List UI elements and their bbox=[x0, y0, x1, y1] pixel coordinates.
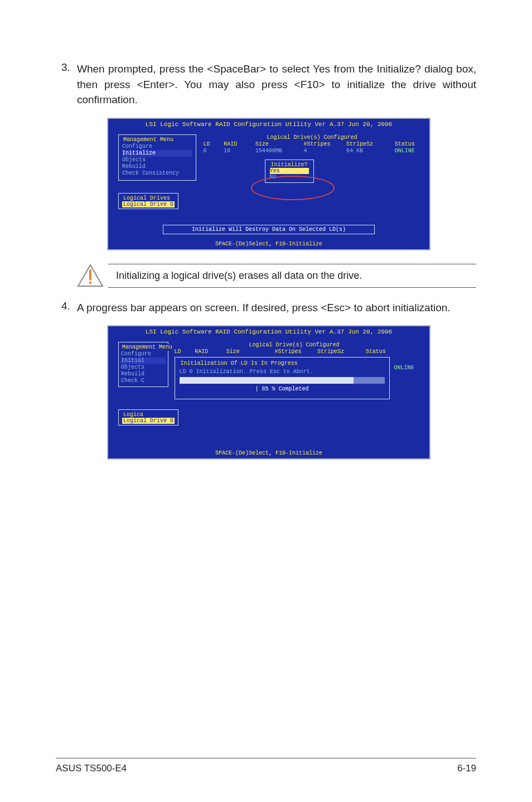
svg-point-2 bbox=[89, 282, 92, 284]
management-menu-box: Management Menu Configure Initialize Obj… bbox=[118, 134, 196, 181]
col-raid: RAID bbox=[195, 349, 223, 355]
step-text: A progress bar appears on screen. If des… bbox=[77, 300, 476, 316]
initialize-legend: Initialize? bbox=[270, 162, 309, 168]
bios-screenshot-1: LSI Logic Software RAID Configuration Ut… bbox=[107, 118, 431, 250]
step-4: 4. A progress bar appears on screen. If … bbox=[61, 300, 476, 316]
logical-drives-legend: Logical Drives bbox=[122, 195, 171, 201]
menu-configure[interactable]: Configure bbox=[121, 351, 166, 357]
logical-drive-0[interactable]: Logical Drive 0 bbox=[122, 418, 175, 424]
col-status: Status bbox=[366, 349, 399, 355]
table-row: 0 10 154496MB 4 64 KB ONLINE bbox=[204, 147, 421, 154]
table-header: LD RAID Size #Stripes StripeSz Status bbox=[204, 141, 421, 147]
table-legend: Logical Drive(s) Configured bbox=[204, 134, 421, 141]
menu-configure[interactable]: Configure bbox=[122, 143, 192, 150]
cell-stripesz: 64 KB bbox=[346, 148, 391, 154]
cell-ld: 0 bbox=[204, 148, 220, 154]
logical-drive-0[interactable]: Logical Drive 0 bbox=[122, 201, 175, 207]
progress-percent: | 85 % Completed bbox=[180, 386, 385, 392]
footer-hint: SPACE-(De)Select, F10-Initialize bbox=[108, 241, 429, 249]
logical-drives-box: Logica Logical Drive 0 bbox=[118, 409, 178, 426]
menu-initialize[interactable]: Initialize bbox=[122, 150, 192, 157]
step-number: 3. bbox=[61, 61, 77, 108]
warning-icon bbox=[77, 264, 104, 287]
step-number: 4. bbox=[61, 300, 77, 316]
cell-stripes: 4 bbox=[303, 148, 342, 154]
col-ld: LD bbox=[204, 141, 220, 147]
col-stripes: #Stripes bbox=[274, 349, 313, 355]
page-content: 3. When prompted, press the <SpaceBar> t… bbox=[0, 0, 532, 506]
logical-drives-box: Logical Drives Logical Drive 0 bbox=[118, 193, 178, 209]
management-menu-legend: Management Menu bbox=[121, 344, 173, 351]
col-size: Size bbox=[255, 141, 300, 147]
cell-status: ONLINE bbox=[395, 148, 428, 154]
cell-raid: 10 bbox=[224, 148, 252, 154]
cell-size: 154496MB bbox=[255, 148, 300, 154]
col-stripesz: StripeSz bbox=[346, 141, 391, 147]
bios-screenshot-2: LSI Logic Software RAID Configuration Ut… bbox=[107, 325, 431, 460]
footer-right: 6-19 bbox=[457, 763, 476, 774]
menu-rebuild[interactable]: Rebuild bbox=[122, 163, 192, 170]
page-footer: ASUS TS500-E4 6-19 bbox=[56, 758, 476, 774]
warning-box: Initialize Will Destroy Data On Selected… bbox=[163, 225, 375, 234]
status-side: ONLINE bbox=[394, 355, 414, 371]
menu-check[interactable]: Check C bbox=[121, 378, 166, 384]
col-size: Size bbox=[226, 349, 271, 355]
footer-hint: SPACE-(De)Select, F10-Initialize bbox=[108, 450, 429, 458]
footer-left: ASUS TS500-E4 bbox=[56, 763, 127, 774]
progress-bar-remaining bbox=[354, 377, 384, 384]
logical-drives-legend: Logica bbox=[122, 412, 144, 418]
progress-bar bbox=[180, 377, 385, 384]
bios-title: LSI Logic Software RAID Configuration Ut… bbox=[108, 119, 429, 132]
table-header: LD RAID Size #Stripes StripeSz Status bbox=[175, 348, 414, 355]
management-menu-legend: Management Menu bbox=[122, 137, 175, 143]
menu-objects[interactable]: Objects bbox=[122, 157, 192, 163]
note-text: Initializing a logical drive(s) erases a… bbox=[108, 264, 476, 288]
step-text: When prompted, press the <SpaceBar> to s… bbox=[77, 61, 476, 108]
menu-check-consistency[interactable]: Check Consistency bbox=[122, 170, 192, 177]
bios-title: LSI Logic Software RAID Configuration Ut… bbox=[108, 326, 429, 340]
menu-rebuild[interactable]: Rebuild bbox=[121, 371, 166, 378]
progress-legend: Initialization Of LD Is In Progress bbox=[180, 360, 299, 366]
progress-line: LD 0 Initialization. Press Esc to Abort. bbox=[180, 369, 385, 375]
col-stripes: #Stripes bbox=[303, 141, 342, 147]
note-callout: Initializing a logical drive(s) erases a… bbox=[77, 264, 476, 288]
step-3: 3. When prompted, press the <SpaceBar> t… bbox=[61, 61, 476, 108]
option-yes[interactable]: Yes bbox=[270, 168, 309, 174]
menu-initialize[interactable]: Initial bbox=[121, 357, 166, 364]
menu-objects[interactable]: Objects bbox=[121, 364, 166, 371]
col-ld: LD bbox=[175, 349, 191, 355]
col-stripesz: StripeSz bbox=[317, 349, 362, 355]
management-menu-box: Management Menu Configure Initial Object… bbox=[118, 342, 168, 387]
annotation-circle bbox=[251, 176, 335, 200]
table-legend: Logical Drive(s) Configured bbox=[175, 342, 414, 348]
col-status: Status bbox=[395, 141, 428, 147]
col-raid: RAID bbox=[224, 141, 252, 147]
progress-box: Initialization Of LD Is In Progress LD 0… bbox=[175, 357, 390, 399]
logical-drives-table: Logical Drive(s) Configured LD RAID Size… bbox=[204, 134, 421, 183]
